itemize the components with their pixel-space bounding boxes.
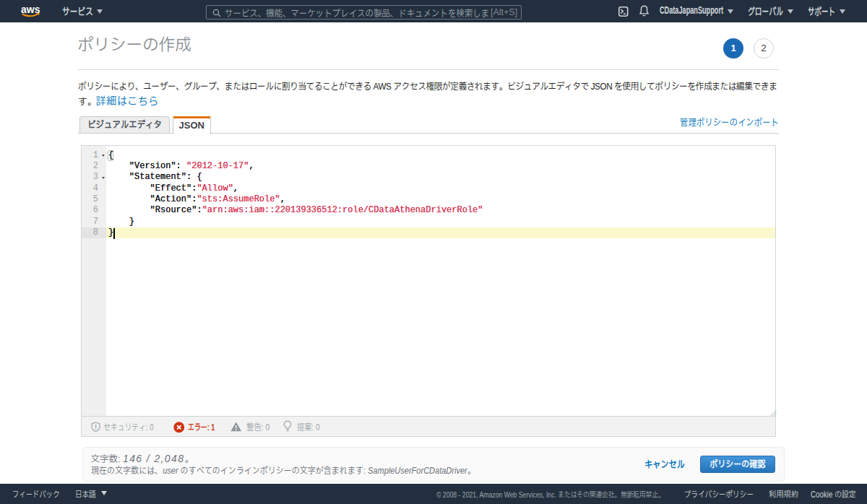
svg-text:!: ! [95, 423, 97, 430]
